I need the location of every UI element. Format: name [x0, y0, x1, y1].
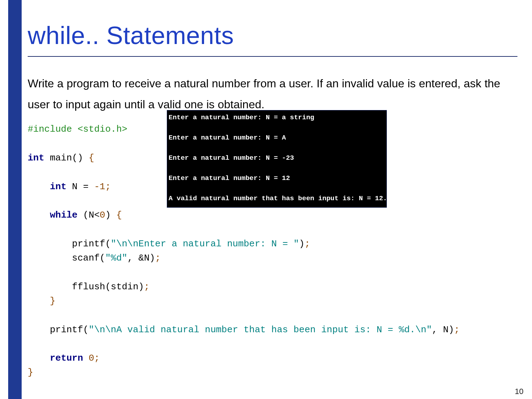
code-token: , N) [432, 324, 454, 335]
code-token: ; [454, 324, 460, 335]
code-token: printf( [72, 239, 111, 249]
code-token: fflush(stdin) [72, 282, 144, 292]
code-token: (N< [77, 210, 99, 220]
console-line: Enter a natural number: N = 12 [169, 174, 290, 182]
code-token: "\n\nA valid natural number that has bee… [89, 324, 432, 335]
problem-statement: Write a program to receive a natural num… [28, 73, 525, 115]
console-output: Enter a natural number: N = a string Ent… [167, 110, 387, 208]
code-token: #include [28, 124, 77, 135]
code-token: , &N) [127, 253, 155, 263]
code-token: ; [144, 282, 150, 292]
code-token: } [28, 367, 33, 378]
code-token: 0 [83, 353, 94, 364]
console-line: Enter a natural number: N = -23 [169, 154, 294, 162]
code-token: { [116, 210, 122, 220]
code-token: N = [66, 181, 94, 192]
code-token: "%d" [105, 253, 127, 263]
code-token: "\n\nEnter a natural number: N = " [111, 239, 299, 249]
code-token: <stdio.h> [77, 124, 127, 135]
code-token: ; [94, 353, 100, 364]
console-line: Enter a natural number: N = A [169, 134, 286, 142]
code-token: scanf( [72, 253, 105, 263]
code-token: printf( [50, 324, 88, 335]
code-token: -1 [94, 181, 105, 192]
code-token: ; [105, 181, 111, 192]
slide-accent-bar [8, 0, 22, 399]
page-number: 10 [515, 387, 523, 396]
code-token: return [50, 353, 83, 364]
console-line: Enter a natural number: N = a string [169, 114, 314, 121]
slide-title: while.. Statements [28, 21, 525, 54]
code-token: ; [155, 253, 161, 263]
code-token: ) [105, 210, 116, 220]
code-token: while [50, 210, 77, 220]
code-token: } [50, 296, 55, 306]
title-underline [28, 56, 517, 57]
code-token: main() [44, 153, 89, 163]
code-token: int [28, 153, 44, 163]
code-token: { [89, 153, 94, 163]
code-token: ) [299, 239, 305, 249]
code-token: ; [305, 239, 310, 249]
code-token: int [50, 181, 66, 192]
code-token: 0 [100, 210, 105, 220]
console-line: A valid natural number that has been inp… [169, 195, 387, 202]
